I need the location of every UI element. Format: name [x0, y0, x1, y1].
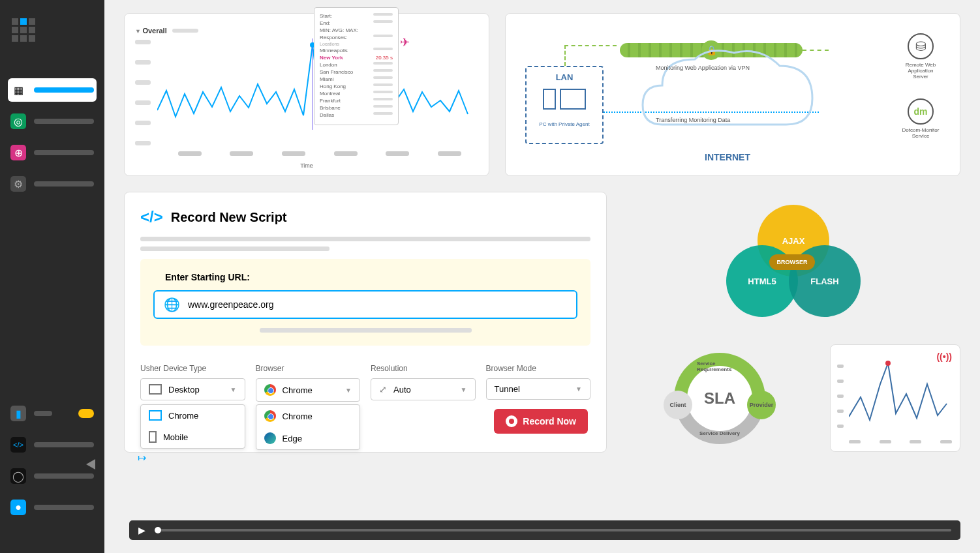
edge-icon: [264, 432, 276, 444]
user-icon: ●: [10, 500, 26, 515]
device-type-col: Usher Device Type Desktop▼ ↦ Chrome Mobi…: [140, 364, 245, 402]
device-option-chrome[interactable]: Chrome: [141, 405, 245, 426]
nav-scripts[interactable]: </>: [8, 433, 97, 456]
speaker-icon: [86, 459, 95, 470]
code-icon: </>: [10, 437, 26, 453]
chevron-down-icon: ▼: [230, 386, 237, 393]
record-icon: [506, 415, 517, 427]
nav-targets[interactable]: ◎: [8, 110, 97, 133]
globe-icon: 🌐: [164, 297, 180, 312]
mode-select[interactable]: Tunnel▼: [486, 378, 591, 400]
nav-settings[interactable]: ⚙: [8, 172, 97, 196]
network-diagram-card: LAN PC with Private Agent 🔒 INTERNET Mon…: [505, 13, 960, 176]
svg-point-2: [885, 361, 891, 366]
mini-chart-card: ((•)): [830, 344, 960, 452]
target-icon: ◎: [10, 113, 26, 129]
browser-dropdown: Chrome Edge: [256, 404, 361, 450]
sidebar: ▦ ◎ ⊕ ⚙ ▮ </> ◯ ●: [0, 0, 104, 553]
arrow-right-icon: ↦: [138, 451, 146, 464]
code-bracket-icon: </>: [140, 208, 163, 226]
device-option-mobile[interactable]: Mobile: [141, 426, 245, 448]
record-script-card: </> Record New Script Enter Starting URL…: [124, 192, 607, 453]
nav-dashboard[interactable]: ▦: [8, 78, 97, 102]
url-input[interactable]: 🌐 www.greenpeace.org: [153, 290, 577, 319]
record-title: Record New Script: [171, 210, 287, 225]
mini-line-chart: [849, 358, 953, 430]
browser-option-edge[interactable]: Edge: [256, 427, 360, 449]
circle-icon: ◯: [10, 468, 26, 484]
resolution-col: Resolution ⤢Auto▼: [371, 364, 476, 402]
browser-option-chrome[interactable]: Chrome: [256, 405, 360, 427]
nav-top: ▦ ◎ ⊕ ⚙: [8, 78, 97, 203]
venn-diagram: AJAX HTML5 FLASH BROWSER: [622, 192, 960, 329]
dm-icon: dm: [908, 98, 934, 125]
battery-icon: ▮: [10, 406, 26, 421]
globe-icon: ⊕: [10, 145, 26, 160]
nav-user[interactable]: ●: [8, 496, 97, 519]
chrome-icon: [264, 410, 276, 422]
badge: [78, 409, 94, 418]
database-icon: ⛁: [908, 33, 934, 59]
browser-col: Browser Chrome▼ Chrome Edge: [256, 364, 361, 402]
overall-chart-card: Overall Start: End: MIN: AVG: MAX: Respo…: [124, 13, 489, 176]
nav-battery[interactable]: ▮: [8, 402, 97, 425]
chrome-icon: [264, 384, 276, 396]
y-axis: [135, 40, 151, 161]
dashboard-icon: ▦: [10, 82, 26, 98]
sla-client: Client: [664, 391, 692, 419]
monitor-icon: [149, 384, 162, 395]
nav-status[interactable]: ◯: [8, 464, 97, 488]
remote-server: ⛁ Remote WebApplication Server: [901, 33, 940, 80]
video-playbar[interactable]: ▶: [129, 520, 960, 540]
progress-bar[interactable]: [155, 529, 951, 531]
send-icon: ✈: [400, 35, 410, 50]
app-logo: [12, 18, 35, 42]
nav-bottom: ▮ </> ◯ ●: [8, 402, 97, 527]
nav-web[interactable]: ⊕: [8, 141, 97, 164]
x-axis-label: Time: [300, 162, 313, 169]
device-dropdown: Chrome Mobile: [140, 404, 245, 449]
url-label: Enter Starting URL:: [165, 272, 577, 282]
device-select[interactable]: Desktop▼: [140, 378, 245, 400]
chart-title: Overall: [135, 27, 167, 35]
gear-icon: ⚙: [10, 176, 26, 192]
play-icon[interactable]: ▶: [138, 525, 145, 535]
record-now-button[interactable]: Record Now: [494, 409, 588, 434]
url-section: Enter Starting URL: 🌐 www.greenpeace.org: [140, 259, 590, 346]
mode-col: Browser Mode Tunnel▼: [486, 364, 591, 402]
sla-provider: Provider: [747, 391, 776, 419]
internet-cloud: [630, 33, 825, 164]
chart-tooltip: Start: End: MIN: AVG: MAX: Responses: Lo…: [314, 7, 399, 125]
mobile-icon: [149, 431, 157, 443]
dm-service: dm Dotcom-MonitorService: [901, 98, 940, 139]
browser-select[interactable]: Chrome▼: [256, 378, 361, 402]
venn-browser: BROWSER: [769, 254, 815, 270]
expand-icon: ⤢: [379, 384, 387, 395]
url-value: www.greenpeace.org: [188, 299, 274, 310]
internet-label: INTERNET: [705, 152, 750, 162]
resolution-select[interactable]: ⤢Auto▼: [371, 378, 476, 400]
monitor-icon: [149, 410, 162, 421]
lan-box: LAN PC with Private Agent: [525, 66, 604, 144]
sla-diagram: SLA Service Requirements Service Deliver…: [622, 344, 817, 452]
